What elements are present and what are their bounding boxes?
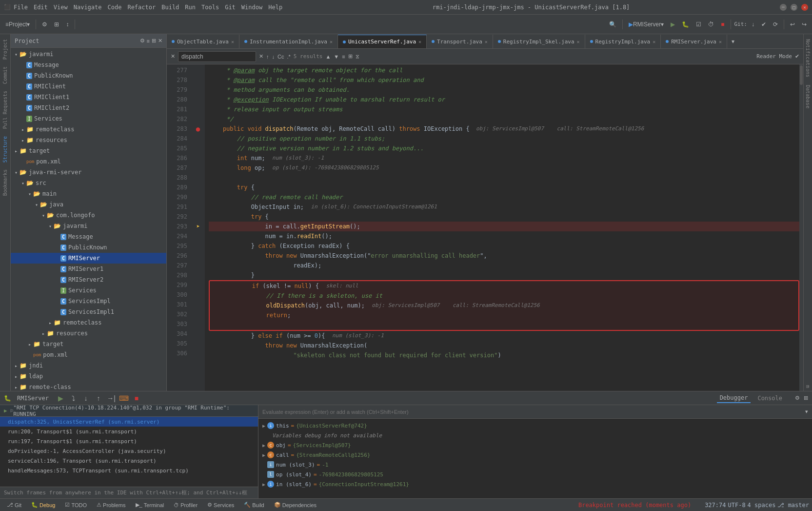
tree-item-services[interactable]: IServices [11,113,166,124]
project-close-button[interactable]: ✕ [158,38,162,44]
settings-button[interactable]: ⚙ [40,18,50,31]
tree-item-services[interactable]: IServices [11,285,166,296]
tree-item-jndi[interactable]: ▸📁jndi [11,360,166,371]
maximize-button[interactable]: □ [791,4,797,11]
expand-button[interactable]: ↕ [63,18,71,31]
match-case-button[interactable]: Cc [277,54,284,60]
search-filter-button[interactable]: ⊞ [348,53,353,60]
stack-frame-2[interactable]: run:197, Transport$1 (sun.rmi.transport) [0,436,258,446]
tab-close-icon[interactable]: ✕ [719,39,722,44]
menu-git[interactable]: Git [225,4,236,11]
maven-tab[interactable]: m [804,382,812,391]
menu-navigate[interactable]: Navigate [74,4,102,11]
window-controls[interactable]: ─ □ ✕ [780,4,808,11]
tab-close-icon[interactable]: ✕ [231,39,234,44]
terminal-status-button[interactable]: ▶_ Terminal [132,500,168,511]
console-tab[interactable]: Console [754,394,785,403]
tree-item-com-longofo[interactable]: ▾📂com.longofo [11,210,166,221]
tree-item-target[interactable]: ▸📁target [11,145,166,156]
tree-item-java-rmi-server[interactable]: ▾📂java-rmi-server [11,167,166,178]
git-history-button[interactable]: ⟳ [771,18,780,31]
expand-arrow[interactable]: ▶ [262,452,265,458]
search-everywhere-button[interactable]: 🔍 [607,18,619,31]
tab-close-icon[interactable]: ✕ [653,39,655,44]
run-to-cursor-button[interactable]: →| [105,392,117,404]
expand-arrow[interactable]: ▶ [262,443,265,448]
menu-window[interactable]: Window [241,4,262,11]
tab-registry-skel[interactable]: RegistryImpl_Skel.java ✕ [493,35,585,48]
search-up-button[interactable]: ▲ [325,54,331,60]
stack-frame-1[interactable]: run:200, Transport$1 (sun.rmi.transport) [0,427,258,436]
more-tabs-button[interactable]: ▾ [729,35,737,48]
profiler-status-button[interactable]: ⏱ Profiler [170,500,201,511]
editor-scrollbar[interactable] [799,64,803,391]
stack-frame-5[interactable]: handleMessages:573, TCPTransport (sun.rm… [0,466,258,475]
minimize-button[interactable]: ─ [780,4,787,11]
problems-status-button[interactable]: ⚠ Problems [93,500,129,511]
tree-item-remoteclass[interactable]: ▸📁remoteclass [11,317,166,328]
stack-frame-0[interactable]: dispatch:325, UnicastServerRef (sun.rmi.… [0,417,258,427]
evaluate-button[interactable]: ⌨ [118,392,130,404]
notifications-tab[interactable]: Notifications [804,36,812,80]
menu-file[interactable]: File [14,4,28,11]
tree-item-java[interactable]: ▾📂java [11,199,166,210]
tree-item-src[interactable]: ▾📂src [11,178,166,188]
reader-mode-button[interactable]: ✔ [795,53,799,60]
services-status-button[interactable]: ⚙ Services [203,500,238,511]
project-settings-button[interactable]: ⊞ [152,38,156,44]
tree-item-rmiclient[interactable]: CRMIClient [11,81,166,92]
stack-frame-4[interactable]: serviceCall:196, Transport (sun.rmi.tran… [0,456,258,466]
project-vert-tab[interactable]: Project [1,36,9,62]
code-area[interactable]: * @param obj the target remote object fo… [205,64,799,391]
tree-item-message[interactable]: CMessage [11,60,166,70]
tab-close-icon[interactable]: ✕ [418,39,421,44]
tab-close-icon[interactable]: ✕ [485,39,488,44]
tree-item-rmiclient2[interactable]: CRMIClient2 [11,102,166,113]
search-filter2-button[interactable]: ⧖ [356,53,359,60]
tab-object-table[interactable]: ObjectTable.java ✕ [167,35,239,48]
menu-edit[interactable]: Edit [34,4,48,11]
tree-item-publicknown[interactable]: CPublicKnown [11,70,166,81]
stack-frame-3[interactable]: doPrivileged:-1, AccessController (java.… [0,446,258,456]
profile-button[interactable]: ⏱ [706,18,716,31]
tree-item-message[interactable]: CMessage [11,231,166,242]
git-push-button[interactable]: ✔ [759,18,769,31]
tree-item-resources[interactable]: ▸📁resources [11,328,166,339]
tab-registry-impl[interactable]: RegistryImpl.java ✕ [585,35,661,48]
todo-status-button[interactable]: ☑ TODO [61,500,91,511]
menu-build[interactable]: Build [161,4,179,11]
menu-help[interactable]: Help [268,4,282,11]
stop-button[interactable]: ■ [718,18,727,31]
git-status-button[interactable]: ⎇ Git [3,500,25,511]
tree-item-ldap[interactable]: ▸📁ldap [11,371,166,382]
tree-item-rmiserver[interactable]: CRMIServer [11,253,166,264]
tree-item-rmiserver1[interactable]: CRMIServer1 [11,264,166,274]
menu-run[interactable]: Run [185,4,196,11]
pull-requests-vert-tab[interactable]: Pull Requests [1,88,9,132]
debug-button[interactable]: 🐛 [679,18,692,31]
run-config-button[interactable]: ▶ RMIServer ▾ [626,18,666,31]
expand-arrow[interactable]: ▶ [262,423,265,429]
eval-input[interactable] [262,409,805,415]
search-settings-button[interactable]: ≡ [342,54,345,60]
debug-status-button[interactable]: 🐛 Debug [27,500,59,511]
database-tab[interactable]: Database [804,82,812,111]
search-next-button[interactable]: ↓ [272,54,275,60]
stop-debug-button[interactable]: ■ [131,392,142,404]
resume-button[interactable]: ▶ [55,392,66,404]
step-into-button[interactable]: ↓ [80,392,92,404]
project-button[interactable]: ≡ Project ▾ [3,18,32,31]
regex-button[interactable]: .* [287,54,290,60]
search-down-button[interactable]: ▼ [334,54,339,60]
step-out-button[interactable]: ↑ [93,392,104,404]
commit-vert-tab[interactable]: Commit [1,63,9,87]
search-input[interactable] [178,51,256,62]
layout-button[interactable]: ⊞ [52,18,61,31]
tree-item-rmiclient1[interactable]: CRMIClient1 [11,92,166,102]
dependencies-status-button[interactable]: 📦 Dependencies [270,500,320,511]
menu-code[interactable]: Code [108,4,122,11]
expand-arrow[interactable]: ▶ [262,482,265,487]
menu-tools[interactable]: Tools [201,4,219,11]
structure-vert-tab[interactable]: Structure [1,133,9,165]
redo-button[interactable]: ↪ [799,18,809,31]
